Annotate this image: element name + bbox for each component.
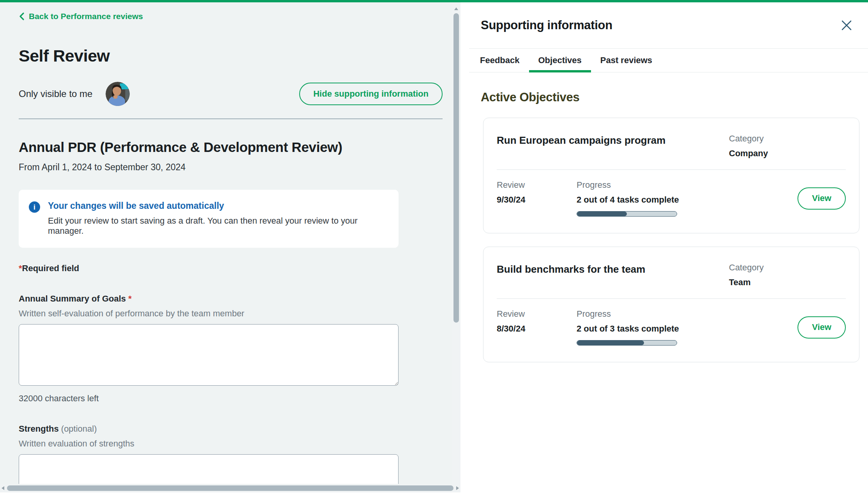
vertical-scrollbar[interactable] [452,5,460,492]
tab-past-reviews[interactable]: Past reviews [591,49,662,72]
page-title: Self Review [19,46,443,65]
section-divider [19,118,443,119]
progress-bar [577,211,677,217]
category-value: Team [729,277,846,288]
review-label: Review [497,309,577,319]
visibility-note: Only visible to me [19,88,92,99]
required-asterisk: * [128,294,132,303]
review-label: Review [497,180,577,190]
self-review-content: Back to Performance reviews Self Review … [0,2,460,492]
progress-column: Progress 2 out of 4 tasks complete [577,180,797,217]
close-icon [841,19,852,31]
chevron-left-icon [19,12,25,21]
avatar-photo [106,82,130,106]
review-period: From April 1, 2024 to September 30, 2024 [19,162,443,173]
field-label: Strengths (optional) [19,424,443,434]
category-value: Company [729,148,846,159]
field-annual-summary: Annual Summary of Goals * Written self-e… [19,294,443,404]
objective-category: Category Team [729,263,846,298]
scroll-up-arrow-icon[interactable] [454,7,458,10]
category-label: Category [729,134,846,144]
objective-card-bottom: Review 9/30/24 Progress 2 out of 4 tasks… [497,180,846,217]
info-icon: i [29,201,40,213]
annual-summary-textarea[interactable] [19,324,399,386]
tab-objectives[interactable]: Objectives [529,49,591,72]
horizontal-scrollbar[interactable] [0,484,460,492]
panel-title: Supporting information [481,18,612,32]
autosave-banner-title: Your changes will be saved automatically [48,201,385,211]
category-label: Category [729,263,846,273]
objective-card-bottom: Review 8/30/24 Progress 2 out of 3 tasks… [497,309,846,346]
autosave-banner-text: Your changes will be saved automatically… [48,201,385,236]
back-link[interactable]: Back to Performance reviews [19,12,143,21]
view-objective-button[interactable]: View [797,316,846,339]
review-column: Review 9/30/24 [497,180,577,205]
objective-title: Run European campaigns program [497,134,729,169]
char-counter: 32000 characters left [19,393,443,404]
self-review-panel: Back to Performance reviews Self Review … [0,2,460,492]
required-note-label: Required field [22,263,79,273]
progress-label: Progress [577,309,797,319]
autosave-banner-body: Edit your review to start saving as a dr… [48,216,385,236]
section-title: Active Objectives [481,90,856,104]
scroll-right-arrow-icon[interactable] [456,486,459,490]
objective-card: Run European campaigns program Category … [483,118,859,233]
vertical-scrollbar-thumb[interactable] [453,13,459,323]
field-label: Annual Summary of Goals * [19,294,443,304]
required-asterisk: * [19,263,22,273]
review-cycle-title: Annual PDR (Performance & Development Re… [19,139,443,155]
supporting-info-header: Supporting information [469,2,868,49]
hide-supporting-info-button[interactable]: Hide supporting information [299,83,443,105]
page: Back to Performance reviews Self Review … [0,0,868,501]
card-divider [497,169,846,170]
field-strengths: Strengths (optional) Written evaluation … [19,424,443,492]
close-button[interactable] [840,19,853,32]
supporting-info-panel: Supporting information Feedback Objectiv… [469,2,868,501]
objective-title: Build benchmarks for the team [497,263,729,298]
optional-suffix: (optional) [61,424,97,434]
back-link-label: Back to Performance reviews [29,12,143,21]
progress-bar [577,340,677,346]
progress-text: 2 out of 4 tasks complete [577,195,797,205]
progress-label: Progress [577,180,797,190]
field-helper: Written self-evaluation of performance b… [19,309,443,319]
supporting-info-body: Active Objectives Run European campaigns… [469,90,868,362]
progress-bar-fill [577,212,627,216]
objective-card-top: Run European campaigns program Category … [497,134,846,169]
objective-card-top: Build benchmarks for the team Category T… [497,263,846,298]
objective-card: Build benchmarks for the team Category T… [483,247,859,362]
review-date: 8/30/24 [497,324,577,334]
card-divider [497,298,846,299]
active-tab-underline [529,70,591,72]
supporting-info-tabs: Feedback Objectives Past reviews [469,49,868,72]
top-accent-bar [0,0,868,2]
review-date: 9/30/24 [497,195,577,205]
field-helper: Written evaluation of strengths [19,439,443,449]
progress-text: 2 out of 3 tasks complete [577,324,797,334]
review-column: Review 8/30/24 [497,309,577,334]
progress-column: Progress 2 out of 3 tasks complete [577,309,797,346]
visibility-row: Only visible to me [19,82,443,106]
horizontal-scrollbar-thumb[interactable] [7,485,453,491]
avatar [106,82,130,106]
view-objective-button[interactable]: View [797,187,846,210]
required-field-note: *Required field [19,263,443,273]
tab-feedback[interactable]: Feedback [471,49,529,72]
scroll-left-arrow-icon[interactable] [2,486,4,490]
objective-category: Category Company [729,134,846,169]
autosave-banner: i Your changes will be saved automatical… [19,190,399,248]
progress-bar-fill [577,340,644,345]
